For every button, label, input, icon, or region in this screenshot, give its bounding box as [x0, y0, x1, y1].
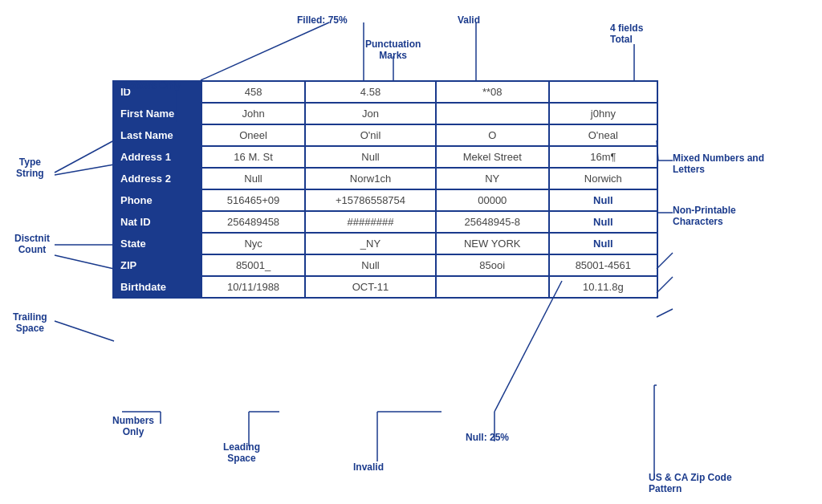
cell-a1-2: Null — [305, 146, 436, 168]
table-row: State Nyc _NY NEW YORK Null — [113, 233, 657, 254]
cell-fn-1: John — [201, 103, 305, 124]
cell-a2-4: Norwich — [549, 168, 657, 189]
row-header-state: State — [113, 233, 201, 254]
cell-id-1: 458 — [201, 81, 305, 103]
cell-bd-4: 10.11.8g — [549, 276, 657, 298]
svg-line-8 — [55, 140, 114, 173]
cell-st-2: _NY — [305, 233, 436, 254]
table-wrapper: ID 458 4.58 **08 First Name John Jon j0h… — [112, 80, 658, 299]
row-header-birthdate: Birthdate — [113, 276, 201, 298]
cell-ln-3: O — [436, 124, 549, 146]
main-container: ID 458 4.58 **08 First Name John Jon j0h… — [0, 0, 822, 504]
cell-zip-1: 85001_ — [201, 254, 305, 276]
cell-st-1: Nyc — [201, 233, 305, 254]
cell-bd-2: OCT-11 — [305, 276, 436, 298]
label-letters-only: Letters Only — [124, 80, 181, 91]
svg-line-29 — [657, 309, 673, 317]
label-distinct-count: DisctnitCount — [14, 233, 50, 255]
row-header-lastname: Last Name — [113, 124, 201, 146]
cell-st-4: Null — [549, 233, 657, 254]
label-null-25: Null: 25% — [466, 432, 509, 443]
cell-st-3: NEW YORK — [436, 233, 549, 254]
svg-line-12 — [55, 321, 114, 341]
table-row: Nat ID 256489458 ######## 25648945-8 Nul… — [113, 211, 657, 233]
cell-ph-3: 00000 — [436, 189, 549, 211]
row-header-addr1: Address 1 — [113, 146, 201, 168]
cell-zip-2: Null — [305, 254, 436, 276]
label-4fields: 4 fieldsTotal — [610, 22, 643, 45]
cell-id-3: **08 — [436, 81, 549, 103]
cell-a2-2: Norw1ch — [305, 168, 436, 189]
row-header-firstname: First Name — [113, 103, 201, 124]
label-leading-space: LeadingSpace — [223, 441, 260, 464]
table-row: Phone 516465+09 +15786558754 00000 Null — [113, 189, 657, 211]
label-mixed-numbers: Mixed Numbers andLetters — [673, 152, 764, 175]
cell-zip-4: 85001-4561 — [549, 254, 657, 276]
cell-a1-1: 16 M. St — [201, 146, 305, 168]
svg-line-28 — [657, 277, 673, 293]
label-type-string: TypeString — [16, 156, 44, 179]
cell-ni-2: ######## — [305, 211, 436, 233]
cell-id-2: 4.58 — [305, 81, 436, 103]
data-table: ID 458 4.58 **08 First Name John Jon j0h… — [112, 80, 658, 299]
svg-line-20 — [494, 281, 562, 412]
table-row: Address 2 Null Norw1ch NY Norwich — [113, 168, 657, 189]
table-row: Address 1 16 M. St Null Mekel Street 16m… — [113, 146, 657, 168]
cell-id-4 — [549, 81, 657, 103]
label-us-ca-zip: US & CA Zip CodePattern — [649, 472, 732, 494]
cell-zip-3: 85ooi — [436, 254, 549, 276]
svg-line-9 — [55, 165, 114, 175]
svg-line-0 — [201, 22, 329, 80]
label-valid: Valid — [458, 14, 480, 26]
table-row: First Name John Jon j0hny — [113, 103, 657, 124]
table-row: Birthdate 10/11/1988 OCT-11 10.11.8g — [113, 276, 657, 298]
label-filled: Filled: 75% — [297, 14, 348, 26]
table-row: ZIP 85001_ Null 85ooi 85001-4561 — [113, 254, 657, 276]
cell-fn-2: Jon — [305, 103, 436, 124]
cell-bd-1: 10/11/1988 — [201, 276, 305, 298]
cell-fn-4: j0hny — [549, 103, 657, 124]
row-header-natid: Nat ID — [113, 211, 201, 233]
label-non-printable: Non-PrintableCharacters — [673, 205, 736, 227]
label-numbers-only: NumbersOnly — [112, 415, 154, 437]
cell-a1-3: Mekel Street — [436, 146, 549, 168]
cell-ph-2: +15786558754 — [305, 189, 436, 211]
table-row: Last Name Oneel O'nil O O'neal — [113, 124, 657, 146]
svg-line-27 — [657, 253, 673, 269]
cell-a2-3: NY — [436, 168, 549, 189]
row-header-phone: Phone — [113, 189, 201, 211]
cell-a1-4: 16m¶ — [549, 146, 657, 168]
cell-ln-1: Oneel — [201, 124, 305, 146]
cell-ph-4: Null — [549, 189, 657, 211]
cell-fn-3 — [436, 103, 549, 124]
cell-ln-2: O'nil — [305, 124, 436, 146]
row-header-zip: ZIP — [113, 254, 201, 276]
cell-ni-3: 25648945-8 — [436, 211, 549, 233]
cell-ni-1: 256489458 — [201, 211, 305, 233]
cell-a2-1: Null — [201, 168, 305, 189]
cell-ni-4: Null — [549, 211, 657, 233]
cell-bd-3 — [436, 276, 549, 298]
label-punctuation: PunctuationMarks — [365, 39, 421, 61]
svg-line-11 — [55, 255, 114, 269]
row-header-addr2: Address 2 — [113, 168, 201, 189]
cell-ph-1: 516465+09 — [201, 189, 305, 211]
label-trailing-space: TrailingSpace — [13, 311, 47, 334]
label-invalid: Invalid — [353, 461, 384, 473]
cell-ln-4: O'neal — [549, 124, 657, 146]
table-row: ID 458 4.58 **08 — [113, 81, 657, 103]
